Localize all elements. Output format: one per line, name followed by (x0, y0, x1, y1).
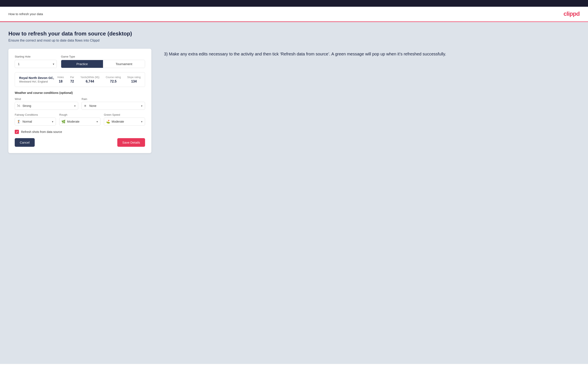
refresh-checkbox-row: Refresh shots from data source (15, 130, 145, 134)
wind-label: Wind (15, 97, 78, 100)
page-heading: How to refresh your data from source (de… (9, 30, 579, 37)
rain-select[interactable]: None Light Heavy (82, 102, 145, 110)
game-type-label: Game Type (61, 55, 145, 58)
yards-label: Yards(White (M)) (80, 76, 99, 79)
starting-hole-select-wrapper: 1 2 10 (15, 60, 57, 68)
rough-select[interactable]: Moderate Light Heavy (59, 117, 101, 125)
par-stat: Par 72 (70, 76, 74, 83)
practice-button[interactable]: Practice (61, 60, 103, 68)
rain-label: Rain (82, 97, 145, 100)
holes-value: 18 (59, 80, 63, 83)
wind-select-wrapper: 🌬 Strong Light None (15, 102, 78, 110)
wind-group: Wind 🌬 Strong Light None (15, 97, 78, 110)
tournament-button[interactable]: Tournament (103, 60, 145, 68)
fairway-select-wrapper: 🏌 Normal Firm Soft (15, 117, 56, 125)
yards-stat: Yards(White (M)) 6,744 (80, 76, 99, 83)
sidebar-description: 3) Make any extra edits necessary to the… (164, 51, 579, 57)
logo: clippd (564, 10, 579, 17)
weather-section-title: Weather and course conditions (optional) (15, 91, 145, 94)
fairway-label: Fairway Conditions (15, 113, 56, 116)
header: How to refresh your data clippd (0, 7, 588, 21)
course-info-box: Royal North Devon GC, Westward Ho!, Engl… (15, 72, 145, 87)
green-speed-select-wrapper: ⛳ Moderate Slow Fast (104, 117, 145, 125)
course-stats: Holes 18 Par 72 Yards(White (M)) 6,744 C… (57, 76, 141, 83)
game-type-buttons: Practice Tournament (61, 60, 145, 68)
green-speed-select[interactable]: Moderate Slow Fast (104, 117, 145, 125)
yards-value: 6,744 (86, 80, 94, 83)
starting-hole-select[interactable]: 1 2 10 (15, 60, 57, 68)
holes-stat: Holes 18 (57, 76, 64, 83)
rain-select-wrapper: ☀ None Light Heavy (82, 102, 145, 110)
green-speed-group: Green Speed ⛳ Moderate Slow Fast (104, 113, 145, 125)
rain-group: Rain ☀ None Light Heavy (82, 97, 145, 110)
green-speed-label: Green Speed (104, 113, 145, 116)
course-name: Royal North Devon GC, (19, 76, 54, 80)
fairway-rough-green-row: Fairway Conditions 🏌 Normal Firm Soft Ro… (15, 113, 145, 125)
cancel-button[interactable]: Cancel (15, 138, 35, 147)
course-location: Westward Ho!, England (19, 80, 54, 83)
main-content: How to refresh your data from source (de… (0, 22, 588, 364)
form-card: Starting Hole 1 2 10 Game Type Practice … (9, 49, 151, 153)
fairway-select[interactable]: Normal Firm Soft (15, 117, 56, 125)
slope-rating-label: Slope rating (127, 76, 141, 79)
rough-group: Rough 🌿 Moderate Light Heavy (59, 113, 101, 125)
action-buttons: Cancel Save Details (15, 138, 145, 147)
holes-label: Holes (57, 76, 64, 79)
slope-rating-value: 134 (131, 80, 137, 83)
rough-select-wrapper: 🌿 Moderate Light Heavy (59, 117, 101, 125)
top-bar (0, 0, 588, 7)
save-button[interactable]: Save Details (117, 138, 145, 147)
refresh-checkbox-label: Refresh shots from data source (21, 130, 62, 133)
course-rating-value: 72.5 (110, 80, 116, 83)
wind-select[interactable]: Strong Light None (15, 102, 78, 110)
starting-hole-label: Starting Hole (15, 55, 57, 58)
form-top-row: Starting Hole 1 2 10 Game Type Practice … (15, 55, 145, 68)
slope-rating-stat: Slope rating 134 (127, 76, 141, 83)
par-value: 72 (70, 80, 74, 83)
refresh-checkbox[interactable] (15, 130, 19, 134)
course-rating-label: Course rating (106, 76, 121, 79)
content-layout: Starting Hole 1 2 10 Game Type Practice … (9, 49, 579, 153)
footer: Copyright Clippd 2022 (0, 364, 588, 367)
page-subtitle: Ensure the correct and most up to date d… (9, 39, 579, 42)
rough-label: Rough (59, 113, 101, 116)
game-type-group: Game Type Practice Tournament (61, 55, 145, 68)
starting-hole-group: Starting Hole 1 2 10 (15, 55, 57, 68)
wind-rain-row: Wind 🌬 Strong Light None Rain ☀ (15, 97, 145, 110)
header-title: How to refresh your data (9, 12, 43, 16)
sidebar-text: 3) Make any extra edits necessary to the… (164, 49, 579, 57)
par-label: Par (70, 76, 74, 79)
course-rating-stat: Course rating 72.5 (106, 76, 121, 83)
fairway-group: Fairway Conditions 🏌 Normal Firm Soft (15, 113, 56, 125)
course-name-block: Royal North Devon GC, Westward Ho!, Engl… (19, 76, 54, 83)
